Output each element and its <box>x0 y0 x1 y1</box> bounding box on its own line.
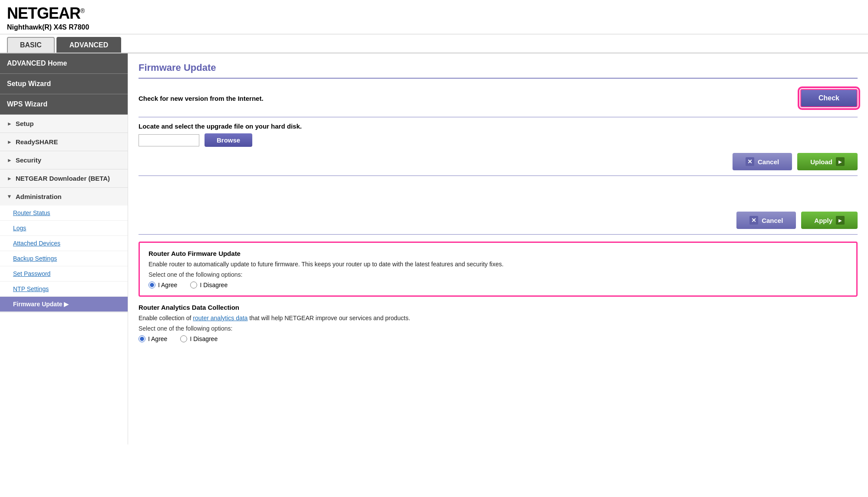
tab-advanced[interactable]: ADVANCED <box>56 37 121 53</box>
title-divider <box>139 78 858 79</box>
sidebar-group-security: ► Security <box>0 151 128 169</box>
apply-button[interactable]: Apply ► <box>801 212 858 229</box>
sidebar-group-header-administration[interactable]: ► Administration <box>0 188 128 205</box>
sidebar-item-advanced-home[interactable]: ADVANCED Home <box>0 53 128 74</box>
analytics-box: Router Analytics Data Collection Enable … <box>139 304 858 347</box>
browse-row: Browse <box>139 133 858 147</box>
analytics-agree-radio[interactable] <box>139 335 145 342</box>
header: NETGEAR® Nighthawk(R) X4S R7800 <box>0 0 868 34</box>
spacer <box>139 181 858 207</box>
browse-button[interactable]: Browse <box>205 133 252 147</box>
cancel-button-apply[interactable]: ✕ Cancel <box>736 212 796 229</box>
apply-action-row: ✕ Cancel Apply ► <box>139 212 858 229</box>
x-icon: ✕ <box>746 157 754 166</box>
check-row: Check for new version from the Internet.… <box>139 86 858 112</box>
chevron-right-icon: ► <box>7 121 12 127</box>
auto-firmware-radio-group: I Agree I Disagree <box>149 282 848 288</box>
sidebar-group-header-readyshare[interactable]: ► ReadySHARE <box>0 133 128 151</box>
chevron-right-icon: ► <box>7 157 12 163</box>
x-icon-2: ✕ <box>749 216 758 225</box>
auto-firmware-desc: Enable router to automatically update to… <box>149 261 848 268</box>
auto-firmware-disagree-radio[interactable] <box>190 282 197 288</box>
chevron-right-icon: ► <box>7 139 12 145</box>
layout: ADVANCED Home Setup Wizard WPS Wizard ► … <box>0 53 868 444</box>
arrow-right-icon-2: ► <box>836 216 845 225</box>
analytics-agree-label[interactable]: I Agree <box>139 335 167 342</box>
divider-3 <box>139 234 858 235</box>
tab-bar: BASIC ADVANCED <box>0 34 868 53</box>
analytics-title: Router Analytics Data Collection <box>139 304 858 311</box>
sidebar-item-setup-wizard[interactable]: Setup Wizard <box>0 74 128 94</box>
sidebar-group-administration: ► Administration Router Status Logs Atta… <box>0 188 128 312</box>
tab-basic[interactable]: BASIC <box>7 37 55 53</box>
chevron-down-icon: ► <box>7 194 13 199</box>
analytics-disagree-label[interactable]: I Disagree <box>180 335 218 342</box>
auto-firmware-box: Router Auto Firmware Update Enable route… <box>139 242 858 297</box>
upload-action-row: ✕ Cancel Upload ► <box>139 153 858 170</box>
check-button[interactable]: Check <box>800 89 858 107</box>
auto-firmware-select-label: Select one of the following options: <box>149 271 848 278</box>
logo: NETGEAR® <box>7 4 861 23</box>
main-content: Firmware Update Check for new version fr… <box>128 53 868 444</box>
auto-firmware-agree-radio[interactable] <box>149 282 155 288</box>
auto-firmware-disagree-label[interactable]: I Disagree <box>190 282 228 288</box>
auto-firmware-agree-label[interactable]: I Agree <box>149 282 177 288</box>
sidebar-group-readyshare: ► ReadySHARE <box>0 133 128 151</box>
sidebar-item-router-status[interactable]: Router Status <box>0 205 128 221</box>
file-input[interactable] <box>139 134 199 146</box>
sidebar: ADVANCED Home Setup Wizard WPS Wizard ► … <box>0 53 128 444</box>
chevron-right-icon: ► <box>7 176 12 182</box>
sidebar-item-attached-devices[interactable]: Attached Devices <box>0 236 128 251</box>
arrow-right-icon: ► <box>836 157 845 166</box>
sidebar-group-header-setup[interactable]: ► Setup <box>0 115 128 133</box>
auto-firmware-title: Router Auto Firmware Update <box>149 250 848 257</box>
browse-label: Locate and select the upgrade file on yo… <box>139 123 858 130</box>
sidebar-item-logs[interactable]: Logs <box>0 221 128 236</box>
model-name: Nighthawk(R) X4S R7800 <box>7 23 861 31</box>
analytics-select-label: Select one of the following options: <box>139 325 858 332</box>
sidebar-item-set-password[interactable]: Set Password <box>0 266 128 282</box>
browse-section: Locate and select the upgrade file on yo… <box>139 123 858 147</box>
analytics-disagree-radio[interactable] <box>180 335 187 342</box>
sidebar-item-backup-settings[interactable]: Backup Settings <box>0 251 128 266</box>
sidebar-item-firmware-update[interactable]: Firmware Update <box>0 297 128 312</box>
divider-2 <box>139 176 858 176</box>
sidebar-group-header-netgear-downloader[interactable]: ► NETGEAR Downloader (BETA) <box>0 169 128 187</box>
divider-1 <box>139 117 858 117</box>
analytics-desc: Enable collection of router analytics da… <box>139 315 858 321</box>
upload-button[interactable]: Upload ► <box>797 153 858 170</box>
cancel-button-upload[interactable]: ✕ Cancel <box>733 153 792 170</box>
sidebar-group-header-security[interactable]: ► Security <box>0 151 128 169</box>
sidebar-group-netgear-downloader: ► NETGEAR Downloader (BETA) <box>0 169 128 188</box>
check-label: Check for new version from the Internet. <box>139 95 264 102</box>
sidebar-item-wps-wizard[interactable]: WPS Wizard <box>0 94 128 115</box>
analytics-link[interactable]: router analytics data <box>193 315 248 321</box>
sidebar-group-setup: ► Setup <box>0 115 128 133</box>
sidebar-item-ntp-settings[interactable]: NTP Settings <box>0 282 128 297</box>
analytics-radio-group: I Agree I Disagree <box>139 335 858 342</box>
page-title: Firmware Update <box>139 62 858 73</box>
